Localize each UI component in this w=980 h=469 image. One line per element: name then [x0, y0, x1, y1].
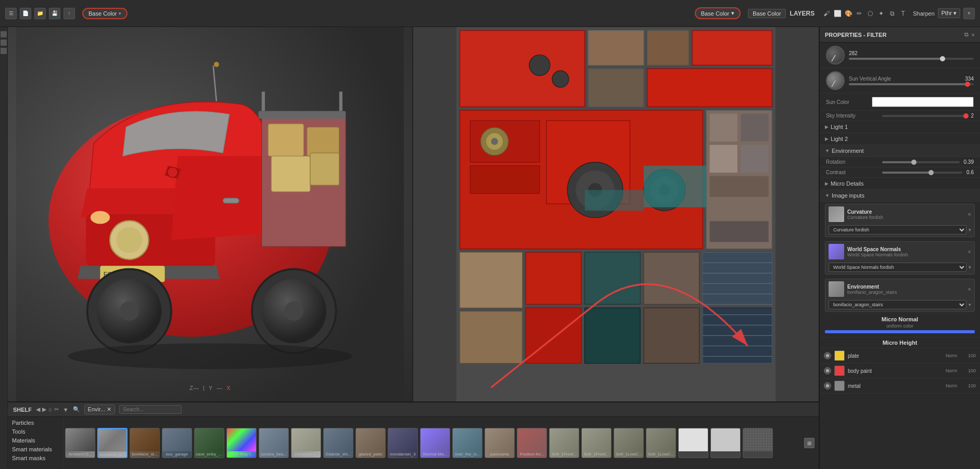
- shelf-cut-icon[interactable]: ✂: [54, 406, 59, 413]
- wsn-close-btn[interactable]: ×: [968, 249, 971, 255]
- save-icon[interactable]: 💾: [49, 8, 60, 19]
- sidebar-tool-2[interactable]: [1, 40, 7, 46]
- shelf-thumb-panorama[interactable]: panorama: [485, 428, 515, 458]
- shelf-home-icon[interactable]: ⌂: [48, 406, 52, 413]
- sun-horizontal-slider[interactable]: [849, 58, 974, 60]
- sidebar-tool-3[interactable]: [1, 48, 7, 54]
- shelf-thumb-bonifacio-a[interactable]: bonifacio_a...: [97, 428, 128, 458]
- sun-vertical-dial[interactable]: [826, 71, 845, 90]
- smudge-icon[interactable]: ✏: [855, 9, 864, 18]
- shelf-thumb-bonifacio-st[interactable]: bonifacio_st...: [130, 428, 160, 458]
- shelf-thumb-white-1[interactable]: [678, 428, 708, 458]
- shelf-thumb-soft-1front-2[interactable]: Soft_1Front...: [581, 428, 612, 458]
- menu-icon[interactable]: ☰: [5, 8, 17, 19]
- image-inputs-section[interactable]: ▼ Image inputs: [820, 190, 980, 202]
- panel-expand-btn[interactable]: ⧉: [964, 31, 969, 38]
- light2-section[interactable]: ▶ Light 2: [820, 133, 980, 145]
- shelf-thumb-bus-garage[interactable]: bus_garage: [162, 428, 192, 458]
- micro-details-section[interactable]: ▶ Micro Details: [820, 178, 980, 190]
- shelf-category-smart-masks[interactable]: Smart masks: [12, 454, 59, 462]
- shelf-thumb-normal-map[interactable]: Normal Ma...: [420, 428, 450, 458]
- paint-icon[interactable]: 🎨: [844, 9, 853, 18]
- layer-body-paint-eye[interactable]: [824, 367, 831, 374]
- shelf-back-icon[interactable]: ◀: [36, 406, 40, 413]
- open-file-icon[interactable]: 📁: [34, 8, 46, 19]
- shelf-thumb-ambient-o[interactable]: Ambient O...: [65, 428, 95, 458]
- contrast-slider[interactable]: [882, 172, 962, 174]
- move-icon[interactable]: ✦: [876, 9, 886, 18]
- curvature-select[interactable]: Curvature fordish: [829, 225, 966, 234]
- environment-section[interactable]: ▼ Environment: [820, 145, 980, 157]
- export-icon[interactable]: ↑: [63, 8, 75, 19]
- shelf-thumb-mondarrain[interactable]: mondarrain_3: [388, 428, 418, 458]
- layer-item-metal[interactable]: metal Norm 100: [820, 379, 980, 394]
- layer-metal-name: metal: [848, 383, 943, 389]
- shelf-thumb-soft-1front-1[interactable]: Soft_1Front...: [549, 428, 579, 458]
- layer-plate-color[interactable]: [834, 350, 845, 361]
- rotation-thumb[interactable]: [911, 160, 917, 165]
- layer-metal-color[interactable]: [834, 381, 845, 391]
- wsn-info: World Space Normals World Space Normals …: [847, 246, 965, 257]
- shelf-env-filter[interactable]: Envir... ✕: [84, 405, 116, 414]
- sky-intensity-thumb[interactable]: [963, 113, 969, 119]
- shelf-search-input[interactable]: [119, 405, 182, 414]
- shelf-thumb-over-the-cl[interactable]: over_the_cl...: [452, 428, 482, 458]
- shelf-filter-icon[interactable]: ▼: [63, 407, 69, 413]
- shelf-thumb-grid[interactable]: [743, 428, 773, 458]
- lasso-icon[interactable]: ⬡: [866, 9, 875, 18]
- sun-vertical-thumb[interactable]: [965, 82, 970, 87]
- panel-close-btn[interactable]: ×: [972, 32, 975, 38]
- pither-dropdown[interactable]: Pthr ▾: [938, 8, 960, 18]
- shelf-thumb-glazed-patio[interactable]: glazed_patio: [355, 428, 386, 458]
- shelf-forward-icon[interactable]: ▶: [42, 406, 46, 413]
- clone-icon[interactable]: ⧉: [887, 9, 897, 18]
- grid-view-toggle[interactable]: ⊞: [804, 438, 814, 448]
- wsn-select[interactable]: World Space Normals fordish: [829, 263, 966, 272]
- base-color-dropdown-right[interactable]: Base Color ▾: [695, 7, 741, 19]
- layer-item-body-paint[interactable]: body paint Norm 100: [820, 363, 980, 379]
- rotation-slider[interactable]: [882, 161, 960, 163]
- shelf-thumb-color-map[interactable]: Color Map f...: [226, 428, 257, 458]
- layer-plate-eye[interactable]: [824, 352, 831, 359]
- layers-label: LAYERS: [790, 10, 815, 17]
- shelf-thumbnails: Ambient O... bonifacio_a... bonifacio_st…: [65, 428, 801, 458]
- layers-dropdown-base[interactable]: Base Color: [748, 9, 785, 18]
- sun-color-swatch[interactable]: [872, 97, 974, 107]
- settings-icon[interactable]: ×: [963, 8, 975, 19]
- brush-icon[interactable]: 🖌: [822, 9, 831, 18]
- sun-horizontal-thumb[interactable]: [940, 56, 945, 61]
- env-close-btn[interactable]: ×: [968, 286, 971, 292]
- sun-horizontal-dial[interactable]: [826, 46, 845, 64]
- micro-normal-color-bar[interactable]: [825, 330, 975, 333]
- shelf-thumb-soft-1low-2[interactable]: Soft_1LowC...: [646, 428, 676, 458]
- layer-metal-eye-dot: [826, 384, 829, 387]
- layer-metal-eye[interactable]: [824, 382, 831, 389]
- text-icon[interactable]: T: [898, 9, 908, 18]
- new-file-icon[interactable]: 📄: [20, 8, 31, 19]
- sky-intensity-slider[interactable]: [882, 115, 966, 117]
- shelf-category-particles[interactable]: Particles: [12, 419, 59, 426]
- base-color-dropdown-center[interactable]: Base Color ▾: [82, 8, 128, 19]
- shelf-category-materials[interactable]: Materials: [12, 437, 59, 444]
- env-select[interactable]: bonifacio_aragon_stairs: [829, 300, 966, 309]
- shelf-category-tools[interactable]: Tools: [12, 428, 59, 435]
- shelf-thumb-cave-entry[interactable]: cave_entry_i...: [194, 428, 224, 458]
- curvature-close-btn[interactable]: ×: [968, 211, 971, 217]
- shelf-thumb-position-for[interactable]: Position for...: [517, 428, 547, 458]
- viewport-3d[interactable]: FORCISH: [8, 27, 413, 401]
- shelf-search-icon[interactable]: 🔍: [73, 406, 80, 413]
- layer-item-plate[interactable]: plate Norm 100: [820, 348, 980, 363]
- shelf-thumb-soft-1low-1[interactable]: Soft_1LowC...: [614, 428, 644, 458]
- shelf-thumb-gdansk-shi[interactable]: Gdansk_shi...: [323, 428, 353, 458]
- layer-body-paint-color[interactable]: [834, 366, 845, 376]
- shelf-thumb-white-2[interactable]: [710, 428, 741, 458]
- shelf-thumb-curvature-f[interactable]: Curvature f...: [291, 428, 321, 458]
- sun-vertical-slider[interactable]: [849, 83, 974, 85]
- shelf-category-smart-materials[interactable]: Smart materials: [12, 446, 59, 453]
- light1-section[interactable]: ▶ Light 1: [820, 121, 980, 133]
- sidebar-tool-1[interactable]: [1, 31, 7, 37]
- contrast-thumb[interactable]: [928, 170, 934, 175]
- eraser-icon[interactable]: ⬜: [833, 9, 842, 18]
- shelf-thumb-corsica-bea[interactable]: corsica_bea...: [259, 428, 289, 458]
- viewport-uv[interactable]: [413, 27, 819, 401]
